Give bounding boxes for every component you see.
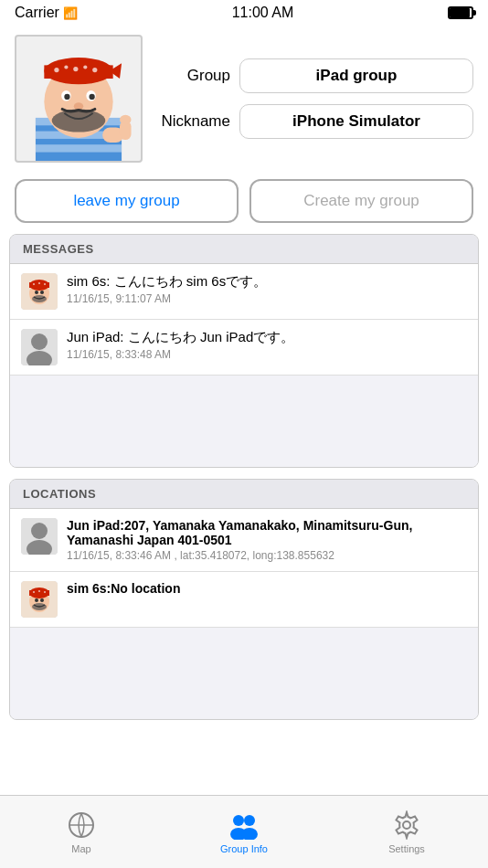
pirate-avatar-svg xyxy=(16,37,141,161)
svg-point-33 xyxy=(31,333,48,350)
svg-point-50 xyxy=(233,815,244,826)
group-icon xyxy=(228,810,260,840)
svg-point-15 xyxy=(64,94,69,100)
locations-header: LOCATIONS xyxy=(10,480,478,509)
svg-point-52 xyxy=(244,815,255,826)
locations-empty-space xyxy=(10,628,478,719)
loc-text-2: sim 6s:No location xyxy=(67,581,180,596)
svg-point-21 xyxy=(120,115,132,124)
battery-fill xyxy=(450,8,470,17)
nickname-field-row: Nickname iPhone Simulator xyxy=(157,104,473,139)
carrier-label: Carrier xyxy=(15,5,59,21)
tab-group-info[interactable]: Group Info xyxy=(163,796,325,868)
group-field-row: Group iPad group xyxy=(157,58,473,93)
loc-time-1: 11/16/15, 8:33:46 AM , lat:35.418072, lo… xyxy=(67,549,467,562)
svg-point-30 xyxy=(40,291,44,294)
main-content: Group iPad group Nickname iPhone Simulat… xyxy=(0,26,488,795)
svg-point-10 xyxy=(73,67,78,71)
svg-rect-6 xyxy=(44,65,112,79)
svg-point-27 xyxy=(38,282,40,284)
header-section: Group iPad group Nickname iPhone Simulat… xyxy=(0,26,488,172)
msg-avatar-person-2 xyxy=(21,329,58,365)
avatar-box xyxy=(15,35,143,163)
svg-point-16 xyxy=(90,94,95,100)
svg-point-42 xyxy=(33,591,35,593)
tab-bar: Map Group Info Settings xyxy=(0,795,488,868)
svg-point-18 xyxy=(52,110,106,132)
msg-text-col-2: Jun iPad: こんにちわ Jun iPadです。 11/16/15, 8:… xyxy=(67,329,294,361)
messages-header: MESSAGES xyxy=(10,235,478,264)
svg-point-43 xyxy=(38,590,40,592)
create-button[interactable]: Create my group xyxy=(249,179,473,223)
location-item-1: Jun iPad:207, Yamanaka Yamanakako, Minam… xyxy=(10,509,478,572)
svg-point-44 xyxy=(44,591,46,593)
svg-rect-3 xyxy=(36,144,122,152)
tab-settings[interactable]: Settings xyxy=(325,796,488,868)
fields-col: Group iPad group Nickname iPhone Simulat… xyxy=(157,58,473,139)
msg-text-1: sim 6s: こんにちわ sim 6sです。 xyxy=(67,273,267,291)
svg-point-45 xyxy=(35,598,38,602)
group-label: Group xyxy=(157,67,230,85)
loc-avatar-person-1 xyxy=(21,518,58,555)
locations-section: LOCATIONS Jun iPad:207, Yamanaka Yamanak… xyxy=(9,479,479,720)
messages-empty-space xyxy=(10,376,478,467)
svg-point-12 xyxy=(92,68,97,72)
leave-button[interactable]: leave my group xyxy=(15,179,239,223)
nickname-label: Nickname xyxy=(157,112,230,131)
svg-point-29 xyxy=(35,291,38,294)
svg-point-26 xyxy=(33,283,35,285)
message-item-2: Jun iPad: こんにちわ Jun iPadです。 11/16/15, 8:… xyxy=(10,320,478,376)
svg-point-36 xyxy=(31,523,48,539)
svg-point-46 xyxy=(40,598,44,602)
battery-icon xyxy=(448,6,473,19)
loc-text-1: Jun iPad:207, Yamanaka Yamanakako, Minam… xyxy=(67,518,467,547)
msg-text-2: Jun iPad: こんにちわ Jun iPadです。 xyxy=(67,329,294,346)
status-left: Carrier 📶 xyxy=(15,5,78,21)
loc-avatar-pirate-2 xyxy=(21,581,58,618)
tab-group-info-label: Group Info xyxy=(220,843,268,854)
settings-icon xyxy=(392,810,421,840)
messages-section: MESSAGES sim 6s: こんにち xyxy=(9,234,479,468)
msg-time-1: 11/16/15, 9:11:07 AM xyxy=(67,292,267,305)
loc-text-col-2: sim 6s:No location xyxy=(67,581,180,596)
wifi-icon: 📶 xyxy=(63,6,78,20)
svg-point-28 xyxy=(44,283,46,285)
loc-text-col-1: Jun iPad:207, Yamanaka Yamanakako, Minam… xyxy=(67,518,467,562)
status-bar: Carrier 📶 11:00 AM xyxy=(0,0,488,26)
location-item-2: sim 6s:No location xyxy=(10,572,478,628)
tab-map-label: Map xyxy=(71,843,90,854)
map-icon xyxy=(67,810,96,840)
nickname-value: iPhone Simulator xyxy=(239,104,473,139)
tab-settings-label: Settings xyxy=(388,843,425,854)
msg-time-2: 11/16/15, 8:33:48 AM xyxy=(67,348,294,361)
buttons-row: leave my group Create my group xyxy=(0,172,488,234)
svg-point-9 xyxy=(64,65,68,69)
tab-map[interactable]: Map xyxy=(0,796,163,868)
status-time: 11:00 AM xyxy=(232,5,294,21)
message-item-1: sim 6s: こんにちわ sim 6sです。 11/16/15, 9:11:0… xyxy=(10,264,478,320)
msg-text-col-1: sim 6s: こんにちわ sim 6sです。 11/16/15, 9:11:0… xyxy=(67,273,267,305)
msg-avatar-pirate-1 xyxy=(21,273,58,310)
svg-point-54 xyxy=(403,821,410,829)
svg-point-8 xyxy=(54,68,58,72)
group-value: iPad group xyxy=(239,58,473,93)
svg-point-11 xyxy=(83,65,87,69)
